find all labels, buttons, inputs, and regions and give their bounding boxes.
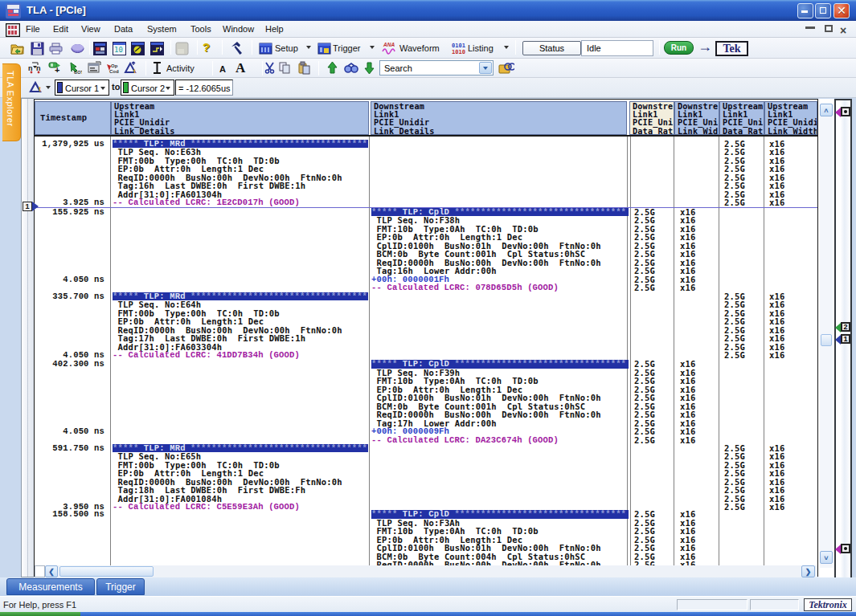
svg-text:0101: 0101	[452, 43, 465, 49]
svg-text:GOTO: GOTO	[74, 70, 82, 75]
svg-text:ANA: ANA	[383, 42, 395, 47]
svg-text:10: 10	[114, 46, 123, 54]
svg-text:1010: 1010	[452, 49, 465, 55]
svg-text:t: t	[39, 85, 41, 93]
svg-text:Code: Code	[109, 69, 119, 74]
svg-text:n: n	[36, 64, 41, 72]
svg-text:t: t	[133, 67, 136, 75]
svg-text:n: n	[28, 64, 33, 72]
svg-text:+: +	[55, 65, 59, 75]
svg-text:Op: Op	[111, 63, 118, 68]
